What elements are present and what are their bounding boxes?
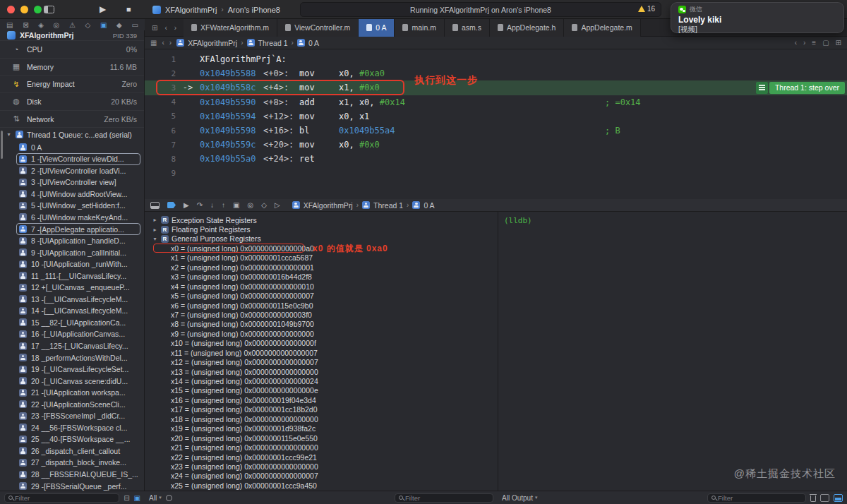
stack-frame-row[interactable]: 12 +[_UICanvas _enqueueP... — [0, 282, 144, 294]
scheme-chooser[interactable]: XFAlgorithmPrj › Aron's iPhone8 — [152, 0, 280, 19]
editor-tab[interactable]: 0 A — [359, 19, 395, 37]
disclosure-triangle-icon[interactable]: ▾ — [6, 131, 12, 138]
register-row[interactable]: x1 = (unsigned long) 0x00000001ccca5687 — [145, 253, 498, 263]
stack-frame-row[interactable]: 16 -[_UIApplicationCanvas... — [0, 328, 144, 340]
simulate-location-icon[interactable]: ▷ — [275, 201, 280, 209]
stack-frame-row[interactable]: 24 __56-[FBSWorkspace cl... — [0, 422, 144, 434]
show-variables-pane-icon[interactable] — [820, 494, 829, 502]
run-button[interactable]: ▶ — [100, 0, 106, 19]
register-section-row[interactable]: ▾RGeneral Purpose Registers — [145, 234, 498, 244]
stack-frame-row[interactable]: 22 -[UIApplicationSceneCli... — [0, 398, 144, 410]
environment-overrides-icon[interactable]: ◇ — [261, 201, 267, 209]
register-row[interactable]: x14 = (unsigned long) 0x0000000000000024 — [145, 376, 498, 385]
asm-line[interactable]: 50x1049b5594<+12>:movx0, x1 — [145, 109, 847, 124]
breadcrumb-item[interactable]: 0 A — [424, 201, 434, 210]
editor-tab[interactable]: ViewController.m — [277, 19, 359, 37]
register-row[interactable]: x20 = (unsigned long) 0x0000000115e0e550 — [145, 433, 498, 443]
view-hierarchy-icon[interactable]: ▣ — [233, 201, 239, 209]
register-row[interactable]: x18 = (unsigned long) 0x0000000000000000 — [145, 414, 498, 424]
breakpoints-toggle-icon[interactable] — [167, 202, 176, 208]
close-window-button[interactable] — [7, 6, 15, 13]
stack-frame-row[interactable]: 20 -[_UICanvas scene:didU... — [0, 375, 144, 387]
stack-frame-row[interactable]: 3 -[UIViewController view] — [0, 176, 144, 188]
stack-frame-row[interactable]: 25 __40-[FBSWorkspace __... — [0, 433, 144, 445]
editor-tab[interactable]: asm.s — [445, 19, 490, 37]
stack-frame-row[interactable]: 29 -[FBSSerialQueue _perf... — [0, 480, 144, 491]
editor-tab[interactable]: main.m — [395, 19, 444, 37]
stack-frame-row[interactable]: 17 __125-[_UICanvasLifecy... — [0, 340, 144, 352]
breadcrumb-item[interactable]: Thread 1 — [373, 201, 403, 210]
register-row[interactable]: x19 = (unsigned long) 0x00000001d938fa2c — [145, 424, 498, 433]
register-row[interactable]: x17 = (unsigned long) 0x00000001cc18b2d0 — [145, 405, 498, 414]
register-row[interactable]: x21 = (unsigned long) 0x0000000000000000 — [145, 443, 498, 452]
code-area[interactable]: 1XFAlgorithmPrj`A:20x1049b5588<+0>:movx0… — [145, 49, 847, 181]
next-issue-icon[interactable]: › — [803, 39, 805, 47]
jump-back-icon[interactable]: ‹ — [162, 39, 164, 47]
breadcrumb-item[interactable]: Thread 1 — [258, 39, 288, 47]
scheme-app-label[interactable]: XFAlgorithmPrj — [165, 6, 217, 14]
zoom-window-button[interactable] — [34, 6, 42, 13]
stack-frame-row[interactable]: 7 -[AppDelegate applicatio... — [0, 223, 144, 235]
prev-issue-icon[interactable]: ‹ — [795, 39, 797, 47]
stop-button[interactable]: ■ — [126, 0, 131, 19]
register-row[interactable]: x16 = (unsigned long) 0x000000019f04e3d4 — [145, 395, 498, 404]
debug-gauge-row[interactable]: ▦Memory11.6 MB — [0, 58, 144, 76]
register-row[interactable]: x5 = (unsigned long) 0x0000000000000007 — [145, 291, 498, 300]
warning-badge[interactable]: 16 — [638, 5, 655, 13]
tests-icon[interactable]: ◇ — [85, 21, 91, 29]
clear-console-icon[interactable] — [810, 496, 816, 502]
toggle-navigator-icon[interactable] — [44, 6, 54, 13]
stack-frame-row[interactable]: 18 _performActionsWithDel... — [0, 352, 144, 364]
stack-frame-row[interactable]: 0 A — [0, 141, 144, 153]
tab-overview-icon[interactable]: ⊞ — [152, 24, 157, 32]
step-into-icon[interactable]: ↓ — [210, 201, 214, 209]
find-icon[interactable]: ◎ — [54, 21, 60, 29]
stack-frame-row[interactable]: 13 -[__UICanvasLifecycleM... — [0, 294, 144, 306]
stack-frame-row[interactable]: 1 -[ViewController viewDid... — [0, 153, 144, 165]
show-running-only-icon[interactable]: ⊟ — [124, 494, 129, 502]
variables-filter-input[interactable] — [405, 494, 489, 502]
scroll-indicator[interactable] — [1, 131, 3, 159]
related-items-icon[interactable]: ▦ — [150, 39, 157, 47]
project-navigator-icon[interactable]: ▤ — [6, 21, 13, 29]
wechat-notification[interactable]: 微信 Lovely kiki [视频] — [671, 2, 844, 33]
disclosure-triangle-icon[interactable]: ▸ — [152, 227, 158, 233]
back-icon[interactable]: ‹ — [164, 24, 167, 32]
step-out-icon[interactable]: ↑ — [222, 201, 225, 209]
source-control-icon[interactable]: ⊠ — [23, 21, 28, 29]
stack-frame-row[interactable]: 15 __82-[_UIApplicationCa... — [0, 317, 144, 329]
debug-gauge-row[interactable]: ↯Energy ImpactZero — [0, 75, 144, 92]
stack-frame-row[interactable]: 21 -[UIApplication workspa... — [0, 387, 144, 399]
process-row[interactable]: XFAlgorithmPrj PID 339 — [0, 30, 144, 40]
issues-icon[interactable]: ⚠ — [69, 21, 76, 29]
register-row[interactable]: x4 = (unsigned long) 0x0000000000000010 — [145, 282, 498, 291]
debug-gauge-row[interactable]: ◍Disk20 KB/s — [0, 92, 144, 110]
stack-frame-row[interactable]: 19 -[_UICanvasLifecycleSet... — [0, 364, 144, 376]
register-row[interactable]: x25 = (unsigned long) 0x00000001ccc9a450 — [145, 481, 498, 490]
reports-icon[interactable]: ▭ — [131, 21, 138, 29]
asm-line[interactable]: 40x1049b5590<+8>:addx1, x0, #0x14; =0x14 — [145, 95, 847, 109]
console-filter-input[interactable] — [718, 494, 802, 502]
stack-frame-row[interactable]: 5 -[UIWindow _setHidden:f... — [0, 200, 144, 212]
step-over-icon[interactable]: ↷ — [197, 201, 203, 209]
register-section-row[interactable]: ▸RFloating Point Registers — [145, 224, 498, 234]
register-row[interactable]: x3 = (unsigned long) 0x000000016b44d2f8 — [145, 272, 498, 281]
navigator-filter-input[interactable] — [15, 494, 115, 502]
stack-frame-row[interactable]: 9 -[UIApplication _callInitial... — [0, 246, 144, 258]
register-row[interactable]: x24 = (unsigned long) 0x0000000000000007 — [145, 472, 498, 481]
memory-graph-icon[interactable]: ◎ — [248, 201, 254, 209]
breadcrumb-item[interactable]: XFAlgorithmPrj — [304, 201, 353, 210]
register-row[interactable]: x7 = (unsigned long) 0x00000000000003f0 — [145, 310, 498, 319]
console-scope-select[interactable]: All Output ▾ — [502, 494, 537, 502]
stack-frame-row[interactable]: 10 -[UIApplication _runWith... — [0, 258, 144, 270]
asm-line[interactable]: 3->0x1049b558c<+4>:movx1, #0x0执行到这一步Thre… — [145, 80, 847, 95]
register-row[interactable]: x6 = (unsigned long) 0x0000000115e0c9b0 — [145, 301, 498, 310]
debug-gauge-row[interactable]: ◔CPU0% — [0, 40, 144, 58]
flat-view-icon[interactable] — [166, 495, 172, 501]
stack-frame-row[interactable]: 4 -[UIWindow addRootView... — [0, 188, 144, 200]
stack-frame-row[interactable]: 2 -[UIViewController loadVi... — [0, 165, 144, 177]
breadcrumb-item[interactable]: 0 A — [308, 39, 319, 47]
show-console-pane-icon[interactable] — [834, 494, 843, 502]
stack-frame-row[interactable]: 11 _111-[__UICanvasLifecy... — [0, 270, 144, 282]
stack-frame-row[interactable]: 6 -[UIWindow makeKeyAnd... — [0, 212, 144, 224]
